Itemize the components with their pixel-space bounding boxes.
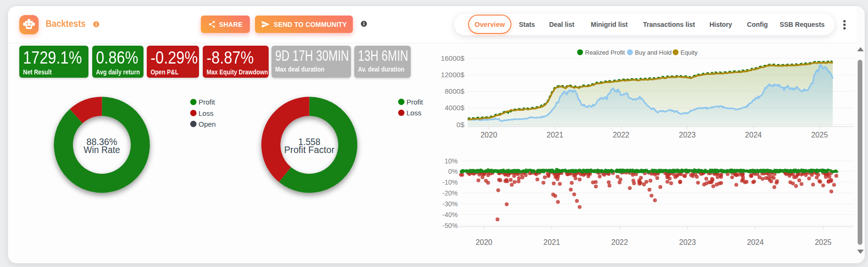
svg-text:2022: 2022 [611,238,628,246]
svg-text:16000$: 16000$ [441,54,465,62]
svg-text:-30%: -30% [442,200,458,208]
svg-text:2020: 2020 [476,238,493,246]
svg-text:4000$: 4000$ [445,104,464,112]
svg-text:-50%: -50% [442,222,458,229]
svg-text:Realized Profit: Realized Profit [585,49,625,56]
svg-text:0$: 0$ [456,121,464,129]
svg-text:-20%: -20% [442,189,458,197]
svg-text:2020: 2020 [480,131,497,139]
svg-text:-10%: -10% [442,178,458,186]
svg-text:Win Rate: Win Rate [84,145,120,155]
svg-text:-40%: -40% [442,211,458,218]
svg-text:10%: 10% [445,157,458,165]
svg-text:8000$: 8000$ [445,87,464,95]
svg-text:Equity: Equity [681,49,698,56]
svg-text:2022: 2022 [613,131,629,139]
svg-text:2024: 2024 [747,238,764,246]
svg-text:2025: 2025 [815,238,832,246]
svg-text:2021: 2021 [547,131,564,139]
svg-text:2023: 2023 [679,238,696,246]
svg-text:Buy and Hold: Buy and Hold [635,49,672,56]
svg-text:Profit Factor: Profit Factor [284,145,335,155]
svg-text:2024: 2024 [745,131,762,139]
svg-text:2021: 2021 [543,238,560,246]
svg-text:Profit: Profit [199,98,215,106]
svg-text:2025: 2025 [811,131,828,139]
svg-text:Open: Open [199,120,216,128]
svg-text:Loss: Loss [406,109,422,117]
svg-text:Profit: Profit [406,98,423,106]
svg-text:Loss: Loss [199,109,214,117]
svg-text:12000$: 12000$ [441,71,465,79]
svg-text:0%: 0% [448,168,458,175]
svg-text:2023: 2023 [679,131,696,139]
